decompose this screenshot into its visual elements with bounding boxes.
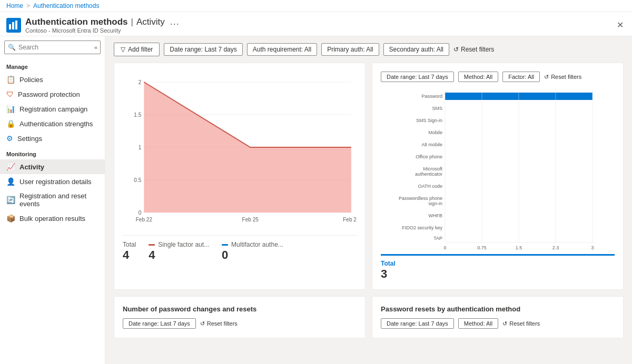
svg-text:Passwordless phone: Passwordless phone bbox=[399, 196, 442, 201]
svg-rect-2 bbox=[15, 21, 17, 29]
settings-icon: ⚙ bbox=[6, 134, 13, 143]
svg-text:1.5: 1.5 bbox=[134, 112, 141, 118]
multi-factor-legend bbox=[222, 244, 228, 246]
single-factor-legend bbox=[149, 244, 155, 246]
bottom-right-method-chip[interactable]: Method: All bbox=[458, 318, 498, 329]
multi-factor-value: 0 bbox=[222, 248, 283, 262]
bar-reset-icon: ↺ bbox=[544, 74, 549, 80]
collapse-icon[interactable]: « bbox=[94, 44, 97, 50]
filter-icon: ▽ bbox=[121, 46, 125, 53]
bulk-icon: 📦 bbox=[6, 214, 15, 223]
svg-text:Password: Password bbox=[421, 94, 442, 99]
svg-text:Office phone: Office phone bbox=[416, 154, 442, 159]
reg-icon: 🔄 bbox=[6, 196, 15, 204]
manage-section-label: Manage bbox=[0, 58, 105, 72]
bar-filter-factor[interactable]: Factor: All bbox=[502, 72, 540, 82]
bar-total-label: Total bbox=[381, 260, 396, 267]
svg-rect-0 bbox=[9, 24, 11, 29]
svg-text:0.75: 0.75 bbox=[477, 245, 487, 250]
multi-factor-label: Multifactor authe... bbox=[231, 241, 283, 248]
svg-text:2: 2 bbox=[139, 79, 142, 85]
page-section: Activity bbox=[136, 17, 165, 27]
monitoring-section-label: Monitoring bbox=[0, 146, 105, 159]
sidebar-item-user-registration[interactable]: 👤 User registration details bbox=[0, 174, 105, 189]
reset-filters-link[interactable]: ↺ Reset filters bbox=[453, 46, 494, 53]
app-icon bbox=[6, 18, 21, 33]
svg-text:2.3: 2.3 bbox=[552, 245, 559, 250]
bottom-left-title: Number of password changes and resets bbox=[123, 305, 357, 313]
add-filter-button[interactable]: ▽ Add filter bbox=[114, 43, 160, 56]
bar-filter-method[interactable]: Method: All bbox=[458, 72, 498, 82]
total-label: Total bbox=[123, 241, 136, 248]
breadcrumb-current[interactable]: Authentication methods bbox=[33, 2, 99, 9]
bar-chart-card: Date range: Last 7 days Method: All Fact… bbox=[372, 63, 624, 290]
bottom-left-reset-icon: ↺ bbox=[200, 320, 205, 327]
reset-icon: ↺ bbox=[453, 46, 459, 53]
svg-text:Feb 26: Feb 26 bbox=[343, 217, 357, 223]
bottom-right-reset-icon: ↺ bbox=[502, 320, 507, 327]
search-icon: 🔍 bbox=[8, 44, 16, 51]
bottom-right-date-chip[interactable]: Date range: Last 7 days bbox=[381, 318, 454, 329]
single-factor-value: 4 bbox=[149, 248, 209, 262]
strength-icon: 🔒 bbox=[6, 119, 15, 128]
svg-text:0.5: 0.5 bbox=[134, 177, 141, 183]
bar-chart: Password SMS SMS Sign-in Mobile Alt mobi… bbox=[381, 87, 615, 250]
sidebar-item-registration-campaign[interactable]: 📊 Registration campaign bbox=[0, 102, 105, 116]
bar-filter-date[interactable]: Date range: Last 7 days bbox=[381, 72, 454, 82]
campaign-icon: 📊 bbox=[6, 105, 15, 113]
svg-text:TAP: TAP bbox=[433, 236, 442, 241]
sidebar-item-password-protection[interactable]: 🛡 Password protection bbox=[0, 87, 105, 102]
header-dots[interactable]: ... bbox=[170, 16, 180, 27]
total-value: 4 bbox=[123, 248, 136, 262]
activity-icon: 📈 bbox=[6, 163, 15, 171]
filter-chip-date[interactable]: Date range: Last 7 days bbox=[164, 43, 242, 56]
filter-chip-auth[interactable]: Auth requirement: All bbox=[247, 43, 317, 56]
search-input[interactable] bbox=[4, 41, 101, 54]
bottom-left-date-chip[interactable]: Date range: Last 7 days bbox=[123, 318, 196, 329]
svg-text:WHFB: WHFB bbox=[429, 213, 443, 218]
user-icon: 👤 bbox=[6, 177, 15, 186]
svg-text:SMS Sign-in: SMS Sign-in bbox=[416, 118, 442, 123]
sidebar-item-activity[interactable]: 📈 Activity bbox=[0, 159, 105, 174]
sidebar-item-policies[interactable]: 📋 Policies bbox=[0, 72, 105, 87]
svg-text:OATH code: OATH code bbox=[418, 184, 442, 189]
area-chart-card: 2 1.5 1 0.5 0 Feb 22 Feb 25 Feb 26 bbox=[114, 63, 366, 290]
bar-reset-link[interactable]: ↺ Reset filters bbox=[544, 74, 581, 80]
bar-total-value: 3 bbox=[381, 267, 396, 281]
page-title: Authentication methods bbox=[25, 17, 128, 27]
svg-text:3: 3 bbox=[591, 245, 594, 250]
top-filter-bar: ▽ Add filter Date range: Last 7 days Aut… bbox=[114, 43, 624, 56]
bottom-right-title: Password resets by authentication method bbox=[381, 305, 615, 313]
sidebar-item-settings[interactable]: ⚙ Settings bbox=[0, 131, 105, 146]
filter-chip-secondary[interactable]: Secondary auth: All bbox=[383, 43, 449, 56]
svg-text:Feb 25: Feb 25 bbox=[242, 217, 259, 223]
svg-text:Alt mobile: Alt mobile bbox=[421, 142, 442, 147]
svg-text:1: 1 bbox=[139, 145, 142, 150]
svg-text:0: 0 bbox=[139, 210, 142, 216]
svg-text:1.5: 1.5 bbox=[516, 245, 522, 250]
svg-text:SMS: SMS bbox=[432, 106, 442, 111]
bottom-right-card: Password resets by authentication method… bbox=[372, 296, 624, 338]
svg-rect-1 bbox=[12, 22, 14, 29]
svg-text:Mobile: Mobile bbox=[428, 130, 442, 135]
breadcrumb-home[interactable]: Home bbox=[6, 2, 23, 9]
area-chart: 2 1.5 1 0.5 0 Feb 22 Feb 25 Feb 26 bbox=[123, 72, 357, 229]
sidebar-item-bulk-ops[interactable]: 📦 Bulk operation results bbox=[0, 211, 105, 226]
breadcrumb-sep: > bbox=[26, 2, 30, 9]
policy-icon: 📋 bbox=[6, 75, 15, 84]
sidebar-item-auth-strengths[interactable]: 🔒 Authentication strengths bbox=[0, 116, 105, 131]
bottom-right-reset[interactable]: ↺ Reset filters bbox=[502, 320, 540, 327]
single-factor-label: Single factor aut... bbox=[158, 241, 209, 248]
close-button[interactable]: ✕ bbox=[617, 20, 624, 30]
svg-text:sign-in: sign-in bbox=[428, 201, 442, 206]
shield-icon: 🛡 bbox=[6, 90, 14, 98]
page-subtitle: Contoso - Microsoft Entra ID Security bbox=[25, 27, 180, 34]
filter-chip-primary[interactable]: Primary auth: All bbox=[321, 43, 379, 56]
bottom-left-card: Number of password changes and resets Da… bbox=[114, 296, 366, 338]
svg-text:FIDO2 security key: FIDO2 security key bbox=[402, 225, 442, 230]
sidebar-item-reg-reset[interactable]: 🔄 Registration and reset events bbox=[0, 189, 105, 211]
svg-text:authenticator: authenticator bbox=[415, 171, 442, 177]
svg-text:Microsoft: Microsoft bbox=[423, 166, 442, 171]
bottom-left-reset[interactable]: ↺ Reset filters bbox=[200, 320, 238, 327]
svg-text:Feb 22: Feb 22 bbox=[136, 217, 153, 223]
